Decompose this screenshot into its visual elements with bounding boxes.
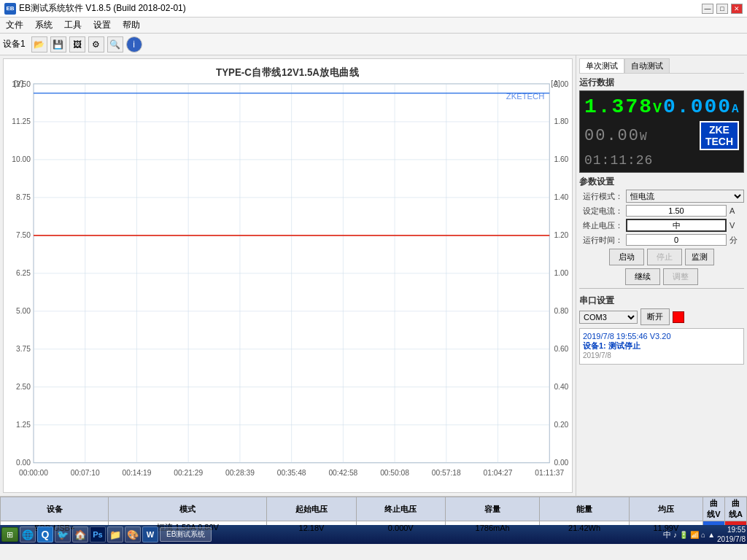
tab-single[interactable]: 单次测试 xyxy=(579,58,624,73)
taskbar-ps-icon[interactable]: Ps xyxy=(90,526,106,542)
param-current-row: 设定电流： A xyxy=(579,205,744,217)
start-button-windows[interactable]: ⊞ xyxy=(1,527,18,542)
close-button[interactable]: ✕ xyxy=(731,4,743,14)
tray-action[interactable]: ⌂ xyxy=(701,531,705,539)
y-right-9: 1.80 xyxy=(554,117,568,125)
y-right-8: 1.60 xyxy=(554,155,568,163)
col-avg-v: 均压 xyxy=(629,497,703,521)
tray-volume[interactable]: ♪ xyxy=(673,531,677,539)
x-label-4: 00:28:39 xyxy=(225,469,255,477)
start-button[interactable]: 启动 xyxy=(609,249,644,265)
menu-help[interactable]: 帮助 xyxy=(120,18,143,32)
param-time-row: 运行时间： 分 xyxy=(579,234,744,246)
running-data-panel: 1.378V 0.000A 00.00W ZKE TECH 01:11:26 xyxy=(579,90,744,173)
window-title: EB测试系统软件 V1.8.5 (Build 2018-02-01) xyxy=(19,2,186,15)
time-display: 01:11:26 xyxy=(584,153,653,168)
end-voltage-input[interactable] xyxy=(626,219,727,232)
x-label-0: 00:00:00 xyxy=(19,469,48,477)
y-right-0: 0.00 xyxy=(554,459,568,467)
current-set-unit: A xyxy=(729,206,744,215)
toolbar-settings[interactable]: ⚙ xyxy=(88,36,104,52)
toolbar-search[interactable]: 🔍 xyxy=(107,36,123,52)
current-display: 0.000A xyxy=(663,96,740,118)
y-left-6: 7.50 xyxy=(16,231,31,239)
menu-settings[interactable]: 设置 xyxy=(90,18,114,32)
monitor-button[interactable]: 监测 xyxy=(685,249,714,265)
x-label-9: 01:04:27 xyxy=(484,469,513,477)
tab-bar: 单次测试 自动测试 xyxy=(579,58,744,74)
tab-auto[interactable]: 自动测试 xyxy=(624,58,670,73)
voltage-display: 1.378V xyxy=(584,96,663,118)
taskbar-folder-icon[interactable]: 📁 xyxy=(107,526,123,542)
tray-more[interactable]: ▲ xyxy=(708,531,715,539)
x-label-5: 00:35:48 xyxy=(277,469,306,477)
title-bar: EB EB测试系统软件 V1.8.5 (Build 2018-02-01) — … xyxy=(0,0,747,18)
y-left-7: 8.75 xyxy=(16,193,31,201)
mode-select[interactable]: 恒电流 xyxy=(626,190,744,203)
menu-file[interactable]: 文件 xyxy=(3,18,26,32)
zke-logo: ZKE TECH xyxy=(700,121,739,150)
toolbar-screenshot[interactable]: 🖼 xyxy=(69,36,85,52)
com-section: 串口设置 COM3 断开 xyxy=(579,288,744,325)
menu-system[interactable]: 系统 xyxy=(32,18,55,32)
col-capacity: 容量 xyxy=(445,497,539,521)
col-device: 设备 xyxy=(1,497,109,521)
y-right-4: 0.80 xyxy=(554,307,568,315)
tray-network[interactable]: 📶 xyxy=(690,531,699,539)
current-set-input[interactable] xyxy=(626,205,727,217)
com-port-select[interactable]: COM3 xyxy=(579,311,638,324)
y-left-4: 5.00 xyxy=(16,307,31,315)
run-time-input[interactable] xyxy=(626,234,727,246)
adjust-button[interactable]: 调整 xyxy=(663,268,698,285)
x-label-7: 00:50:08 xyxy=(380,469,409,477)
toolbar-info[interactable]: i xyxy=(126,36,142,52)
y-right-3: 0.60 xyxy=(554,345,568,353)
maximize-button[interactable]: □ xyxy=(716,4,728,14)
taskbar-ie-icon[interactable]: 🌐 xyxy=(20,526,36,542)
window-controls: — □ ✕ xyxy=(702,4,743,14)
y-left-1: 1.25 xyxy=(16,421,31,429)
taskbar-home-icon[interactable]: 🏠 xyxy=(72,526,88,542)
toolbar-save[interactable]: 💾 xyxy=(50,36,66,52)
toolbar-open[interactable]: 📂 xyxy=(31,36,47,52)
stop-button[interactable]: 停止 xyxy=(647,249,682,265)
y-left-0: 0.00 xyxy=(16,459,31,467)
power-display: 00.00W xyxy=(584,127,649,145)
x-label-1: 00:07:10 xyxy=(71,469,100,477)
com-status-indicator xyxy=(673,311,684,323)
end-voltage-unit: V xyxy=(729,221,744,230)
x-label-6: 00:42:58 xyxy=(328,469,357,477)
taskbar-color-icon[interactable]: 🎨 xyxy=(125,526,141,542)
end-voltage-label: 终止电压： xyxy=(579,220,623,231)
y-right-7: 1.40 xyxy=(554,193,568,201)
continue-button[interactable]: 继续 xyxy=(625,268,660,285)
taskbar-right: 中 ♪ 🔋 📶 ⌂ ▲ 19:55 2019/7/8 xyxy=(663,525,746,544)
log-line-1: 2019/7/8 19:55:46 V3.20 xyxy=(583,332,740,341)
data-table: 设备 模式 起始电压 终止电压 容量 能量 均压 曲线V 曲线A EBD-USB… xyxy=(0,496,747,525)
tray-battery[interactable]: 🔋 xyxy=(679,531,688,539)
x-label-3: 00:21:29 xyxy=(174,469,203,477)
app-icon: EB xyxy=(4,3,16,15)
y-right-10: 2.00 xyxy=(554,80,568,88)
mode-label: 运行模式： xyxy=(579,191,623,202)
y-left-2: 2.50 xyxy=(16,383,31,391)
y-left-5: 6.25 xyxy=(16,269,31,277)
com-section-title: 串口设置 xyxy=(579,295,744,307)
y-right-6: 1.20 xyxy=(554,231,568,239)
taskbar-search-icon[interactable]: Q xyxy=(37,526,53,542)
taskbar-bird-icon[interactable]: 🐦 xyxy=(55,526,71,542)
running-data-title: 运行数据 xyxy=(579,77,744,89)
taskbar-word-icon[interactable]: W xyxy=(142,526,158,542)
col-curve-v: 曲线V xyxy=(703,497,725,521)
log-area: 2019/7/8 19:55:46 V3.20 设备1: 测试停止 2019/7… xyxy=(579,328,744,365)
system-clock: 19:55 2019/7/8 xyxy=(717,525,746,544)
col-energy: 能量 xyxy=(540,497,629,521)
right-panel: 单次测试 自动测试 运行数据 1.378V 0.000A 00.00W ZKE … xyxy=(576,55,747,496)
taskbar-app-eb[interactable]: EB测试系统 xyxy=(160,527,212,542)
taskbar: ⊞ 🌐 Q 🐦 🏠 Ps 📁 🎨 W EB测试系统 中 ♪ 🔋 📶 ⌂ ▲ 19… xyxy=(0,525,747,544)
menu-tools[interactable]: 工具 xyxy=(61,18,85,32)
tray-lang[interactable]: 中 xyxy=(663,529,671,540)
device-label: 设备1 xyxy=(3,38,26,50)
minimize-button[interactable]: — xyxy=(702,4,713,14)
disconnect-button[interactable]: 断开 xyxy=(640,308,670,325)
